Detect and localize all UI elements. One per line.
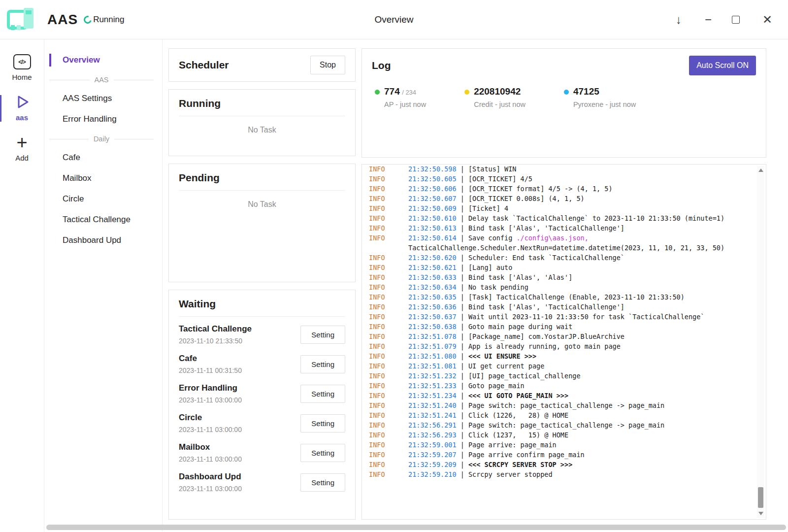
icon-rail: </> Home aas + Add xyxy=(0,39,44,532)
waiting-task-row: Error Handling 2023-11-11 03:00:00 Setti… xyxy=(179,379,345,408)
stat-suffix: / 234 xyxy=(402,89,416,96)
sidebar-item-cafe[interactable]: Cafe xyxy=(44,148,162,167)
log-line: INFO 21:32:56.293 | Click (1237, 15) @ H… xyxy=(369,430,749,440)
setting-button[interactable]: Setting xyxy=(300,355,345,373)
log-line: INFO 21:32:50.607 | [OCR_TICKET 0.008s] … xyxy=(369,194,749,203)
waiting-task-time: 2023-11-10 21:33:50 xyxy=(179,337,300,345)
sidebar-item-aas-settings[interactable]: AAS Settings xyxy=(44,89,162,108)
running-card: Running No Task xyxy=(168,89,356,156)
stat-label: Credit - just now xyxy=(474,100,525,108)
waiting-task-name: Dashboard Upd xyxy=(179,472,300,482)
log-scrollbar[interactable] xyxy=(757,166,764,518)
log-line: INFO 21:32:50.606 | [OCR_TICKET format] … xyxy=(369,184,749,194)
waiting-title: Waiting xyxy=(179,290,345,317)
play-icon xyxy=(14,94,30,110)
scroll-down-icon[interactable] xyxy=(758,512,763,515)
setting-button[interactable]: Setting xyxy=(300,473,345,492)
horizontal-scrollbar-thumb[interactable] xyxy=(46,525,786,530)
log-line: INFO 21:32:50.636 | Bind task ['Alas', '… xyxy=(369,302,749,312)
log-line: INFO 21:32:51.233 | Goto page_main xyxy=(369,381,749,391)
close-icon[interactable]: ✕ xyxy=(761,14,773,26)
log-line: INFO 21:32:51.078 | [Package_name] com.Y… xyxy=(369,332,749,341)
stat-value: 774 xyxy=(384,86,400,97)
stat-label: Pyroxene - just now xyxy=(573,100,636,108)
waiting-task-row: Cafe 2023-11-11 00:31:50 Setting xyxy=(179,349,345,379)
scheduler-column: Scheduler Stop Running No Task Pending N… xyxy=(168,48,356,520)
dashboard-stat: 774 / 234 AP - just now xyxy=(375,86,426,108)
dashboard-stat: 47125 Pyroxene - just now xyxy=(564,86,636,108)
log-line: INFO 21:32:51.234 | <<< UI GOTO PAGE_MAI… xyxy=(369,391,749,400)
log-line: INFO 21:32:51.081 | UI get current page xyxy=(369,361,749,371)
log-line: INFO 21:32:51.240 | Page switch: page_ta… xyxy=(369,400,749,410)
waiting-task-time: 2023-11-11 00:31:50 xyxy=(179,366,300,374)
waiting-task-time: 2023-11-11 03:00:00 xyxy=(179,485,300,493)
code-window-icon: </> xyxy=(13,54,31,69)
log-line: INFO 21:32:56.291 | Page switch: page_ta… xyxy=(369,420,749,430)
running-title: Running xyxy=(179,90,345,116)
minimize-icon[interactable]: − xyxy=(702,14,714,26)
log-line: INFO 21:32:50.621 | [Lang] auto xyxy=(369,263,749,272)
waiting-task-name: Tactical Challenge xyxy=(179,324,300,334)
log-line: INFO 21:32:50.605 | [OCR_TICKET] 4/5 xyxy=(369,174,749,184)
waiting-task-name: Circle xyxy=(179,413,300,423)
stat-dot-icon xyxy=(464,90,469,95)
status-label: Running xyxy=(93,15,124,25)
download-icon[interactable]: ↓ xyxy=(673,14,685,26)
status-indicator: Running xyxy=(84,15,124,25)
app-name: AAS xyxy=(47,12,78,28)
scroll-up-icon[interactable] xyxy=(758,168,763,172)
window-controls: ↓ − ✕ xyxy=(673,14,773,26)
waiting-task-row: Circle 2023-11-11 03:00:00 Setting xyxy=(179,408,345,438)
pending-empty-label: No Task xyxy=(169,191,355,218)
stat-dot-icon xyxy=(564,90,569,95)
rail-item-home[interactable]: </> Home xyxy=(0,48,44,88)
log-header-card: Log Auto Scroll ON 774 / 234 AP - just n… xyxy=(361,48,766,158)
maximize-icon[interactable] xyxy=(732,16,744,24)
running-empty-label: No Task xyxy=(169,116,355,144)
log-line: INFO 21:32:59.210 | Scrcpy server stoppe… xyxy=(369,469,749,479)
waiting-task-name: Cafe xyxy=(179,354,300,364)
waiting-task-time: 2023-11-11 03:00:00 xyxy=(179,455,300,463)
log-line: INFO 21:32:50.620 | Scheduler: End task … xyxy=(369,253,749,263)
scheduler-title: Scheduler xyxy=(179,59,229,71)
sidebar-section-divider: Daily xyxy=(44,130,162,148)
log-line: INFO 21:32:59.001 | Page arrive: page_ma… xyxy=(369,440,749,450)
scheduler-card: Scheduler Stop xyxy=(168,48,356,82)
waiting-card: Waiting Tactical Challenge 2023-11-10 21… xyxy=(168,290,356,520)
log-column: Log Auto Scroll ON 774 / 234 AP - just n… xyxy=(361,48,766,520)
log-line: INFO 21:32:51.080 | <<< UI ENSURE >>> xyxy=(369,351,749,361)
sidebar-item-dashboard-upd[interactable]: Dashboard Upd xyxy=(44,231,162,250)
stat-label: AP - just now xyxy=(384,100,426,108)
stat-value: 47125 xyxy=(573,86,599,97)
sidebar-item-circle[interactable]: Circle xyxy=(44,189,162,209)
sidebar-section-divider: AAS xyxy=(44,71,162,89)
waiting-task-row: Dashboard Upd 2023-11-11 03:00:00 Settin… xyxy=(179,467,345,497)
rail-item-aas[interactable]: aas xyxy=(0,88,44,129)
pending-title: Pending xyxy=(179,164,345,191)
setting-button[interactable]: Setting xyxy=(300,385,345,403)
auto-scroll-button[interactable]: Auto Scroll ON xyxy=(689,56,756,75)
log-line: INFO 21:32:51.241 | Click (1226, 28) @ H… xyxy=(369,410,749,420)
sidebar-item-error-handling[interactable]: Error Handling xyxy=(44,109,162,129)
dashboard-stat: 220810942 Credit - just now xyxy=(464,86,525,108)
waiting-task-row: Mailbox 2023-11-11 03:00:00 Setting xyxy=(179,438,345,467)
log-line: INFO 21:32:51.232 | [UI] page_tactical_c… xyxy=(369,371,749,381)
sidebar-nav: OverviewAASAAS SettingsError HandlingDai… xyxy=(44,39,163,532)
scrollbar-thumb[interactable] xyxy=(758,487,763,508)
stat-dot-icon xyxy=(375,90,380,95)
log-line: INFO 21:32:50.633 | Bind task ['Alas', '… xyxy=(369,272,749,282)
stop-button[interactable]: Stop xyxy=(310,56,345,74)
waiting-task-time: 2023-11-11 03:00:00 xyxy=(179,396,300,404)
log-line: INFO 21:32:50.638 | Goto main page durin… xyxy=(369,322,749,332)
waiting-task-name: Error Handling xyxy=(179,383,300,393)
waiting-task-name: Mailbox xyxy=(179,442,300,452)
sidebar-item-overview[interactable]: Overview xyxy=(44,50,162,70)
sidebar-item-mailbox[interactable]: Mailbox xyxy=(44,168,162,188)
waiting-task-row: Tactical Challenge 2023-11-10 21:33:50 S… xyxy=(179,320,345,349)
setting-button[interactable]: Setting xyxy=(300,444,345,462)
setting-button[interactable]: Setting xyxy=(300,414,345,432)
sidebar-item-tactical-challenge[interactable]: Tactical Challenge xyxy=(44,210,162,230)
rail-item-add[interactable]: + Add xyxy=(0,129,44,169)
log-output-card: INFO 21:32:50.598 | [Status] WIN INFO 21… xyxy=(361,164,766,520)
setting-button[interactable]: Setting xyxy=(300,326,345,344)
